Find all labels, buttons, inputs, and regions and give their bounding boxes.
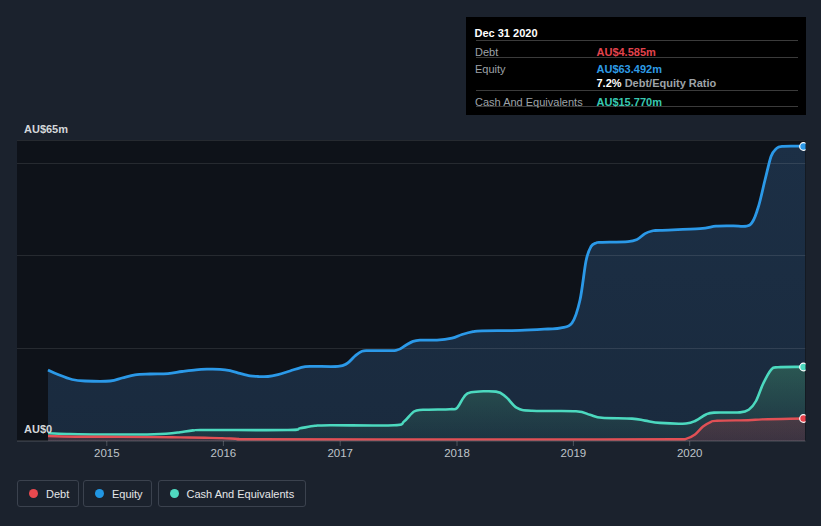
- svg-text:2016: 2016: [211, 447, 237, 459]
- svg-text:AU$0: AU$0: [24, 423, 52, 435]
- svg-text:AU$65m: AU$65m: [24, 123, 68, 135]
- svg-text:2018: 2018: [444, 447, 470, 459]
- svg-text:2015: 2015: [94, 447, 120, 459]
- svg-text:2017: 2017: [327, 447, 353, 459]
- svg-text:2019: 2019: [561, 447, 587, 459]
- svg-text:2020: 2020: [677, 447, 703, 459]
